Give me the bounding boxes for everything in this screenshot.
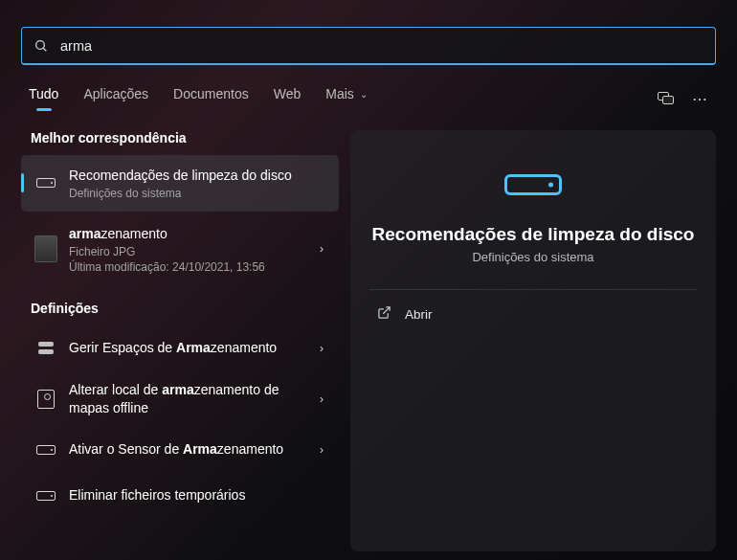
result-best-match[interactable]: Recomendações de limpeza do disco Defini… bbox=[21, 155, 339, 212]
result-setting-manage-storage[interactable]: Gerir Espaços de Armazenamento › bbox=[21, 325, 339, 371]
result-subtitle: Definições do sistema bbox=[69, 187, 327, 200]
section-settings: Definições bbox=[21, 301, 339, 316]
more-options-icon[interactable]: ⋯ bbox=[692, 90, 708, 108]
result-setting-offline-maps[interactable]: Alterar local de armazenamento de mapas … bbox=[21, 371, 339, 427]
search-icon bbox=[34, 38, 49, 54]
search-box[interactable] bbox=[21, 27, 716, 65]
storage-icon bbox=[34, 337, 57, 360]
disk-icon bbox=[34, 484, 57, 507]
preview-panel: Recomendações de limpeza do disco Defini… bbox=[350, 130, 716, 551]
disk-icon bbox=[504, 174, 562, 195]
action-label: Abrir bbox=[405, 307, 433, 322]
action-open[interactable]: Abrir bbox=[369, 290, 697, 324]
tab-web[interactable]: Web bbox=[274, 86, 302, 111]
chevron-right-icon[interactable]: › bbox=[316, 342, 327, 355]
search-input[interactable] bbox=[60, 38, 704, 54]
disk-icon bbox=[34, 438, 57, 461]
chevron-down-icon: ⌄ bbox=[360, 89, 368, 100]
tab-docs[interactable]: Documentos bbox=[173, 86, 249, 111]
chevron-right-icon[interactable]: › bbox=[316, 443, 327, 457]
result-setting-delete-temp[interactable]: Eliminar ficheiros temporários bbox=[21, 473, 339, 519]
result-title: armazenamento bbox=[69, 225, 304, 243]
result-title: Ativar o Sensor de Armazenamento bbox=[69, 440, 304, 459]
result-title: Eliminar ficheiros temporários bbox=[69, 486, 327, 504]
tab-all[interactable]: Tudo bbox=[29, 86, 58, 111]
result-title: Recomendações de limpeza do disco bbox=[69, 167, 327, 185]
open-external-icon bbox=[377, 305, 391, 324]
search-across-devices-icon[interactable] bbox=[658, 92, 675, 105]
chevron-right-icon[interactable]: › bbox=[316, 392, 327, 406]
map-icon bbox=[34, 388, 57, 411]
chevron-right-icon[interactable]: › bbox=[316, 242, 327, 256]
result-file-date: Última modificação: 24/10/2021, 13:56 bbox=[69, 260, 304, 274]
result-title: Alterar local de armazenamento de mapas … bbox=[69, 381, 304, 417]
tab-more[interactable]: Mais⌄ bbox=[325, 86, 368, 111]
result-setting-storage-sense[interactable]: Ativar o Sensor de Armazenamento › bbox=[21, 427, 339, 473]
disk-icon bbox=[34, 171, 57, 194]
tab-apps[interactable]: Aplicações bbox=[83, 86, 148, 111]
result-file-type: Ficheiro JPG bbox=[69, 245, 304, 258]
result-file[interactable]: armazenamento Ficheiro JPG Última modifi… bbox=[21, 215, 339, 283]
svg-line-2 bbox=[383, 307, 390, 314]
svg-line-1 bbox=[43, 48, 46, 51]
svg-point-0 bbox=[36, 40, 45, 49]
preview-title: Recomendações de limpeza do disco bbox=[372, 224, 695, 245]
section-best-match: Melhor correspondência bbox=[21, 130, 339, 146]
result-title: Gerir Espaços de Armazenamento bbox=[69, 339, 304, 357]
filter-tabs: Tudo Aplicações Documentos Web Mais⌄ ⋯ bbox=[0, 75, 737, 111]
preview-subtitle: Definições do sistema bbox=[472, 250, 593, 264]
file-icon bbox=[34, 237, 57, 260]
